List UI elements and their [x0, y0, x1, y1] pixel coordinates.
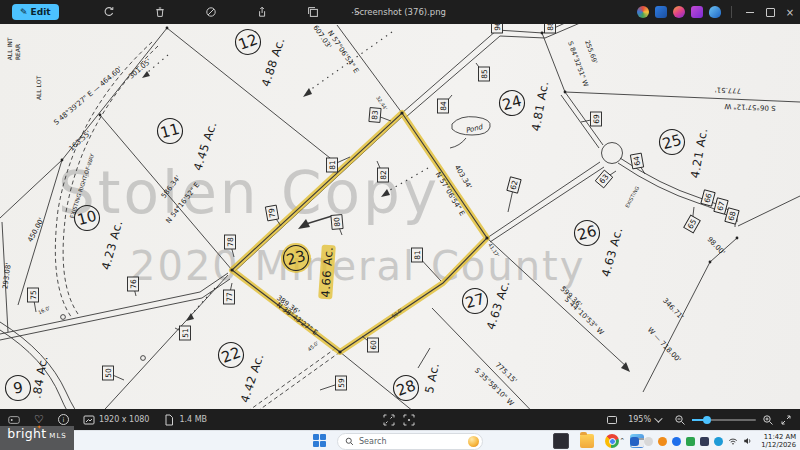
svg-text:69: 69	[592, 114, 601, 124]
svg-text:22: 22	[219, 343, 243, 366]
clock-date: 1/12/2026	[761, 441, 796, 450]
hide-slash-circle-icon[interactable]	[205, 6, 218, 19]
zoom-percentage[interactable]: 195%	[628, 415, 651, 424]
taskbar-search[interactable]: Search	[337, 433, 483, 450]
tray-app-icon-1[interactable]	[630, 437, 639, 446]
svg-text:4.81 Ac.: 4.81 Ac.	[529, 80, 552, 133]
wifi-icon[interactable]	[728, 436, 738, 446]
zoom-fit-icon[interactable]	[383, 414, 395, 426]
svg-text:96: 96	[493, 24, 502, 31]
bearing-label: ALL LOT	[35, 76, 42, 101]
svg-text:25: 25	[660, 131, 683, 153]
bearing-label: 98.00'	[705, 235, 726, 256]
close-button[interactable]: ×	[780, 0, 800, 24]
chrome-icon[interactable]	[605, 434, 619, 448]
viewer-statusbar: ♡ i 1920 x 1080 1.4 MB 195%	[0, 409, 800, 430]
fullscreen-icon[interactable]	[780, 414, 792, 426]
svg-text:4.21 Ac.: 4.21 Ac.	[688, 127, 711, 180]
maximize-button[interactable]	[760, 0, 780, 24]
edit-pencil-icon: ✎	[20, 7, 28, 17]
clock-time: 11:42 AM	[761, 433, 796, 442]
svg-text:81: 81	[328, 160, 337, 170]
lot-corner-marker: 88	[545, 24, 556, 33]
svg-text:83: 83	[370, 110, 380, 121]
lot-corner-marker: 76	[128, 277, 139, 296]
tray-app-icon-7[interactable]	[714, 437, 723, 446]
actual-size-icon[interactable]	[403, 414, 415, 426]
blue-app-icon[interactable]	[655, 6, 667, 18]
lot-corner-marker: 65	[684, 207, 701, 233]
svg-text:84: 84	[439, 101, 448, 111]
lot-corner-marker: 51	[175, 326, 191, 340]
zoom-in-icon[interactable]	[762, 414, 774, 426]
minimize-button[interactable]	[740, 0, 760, 24]
info-icon[interactable]: i	[58, 414, 69, 425]
svg-text:24: 24	[500, 92, 523, 114]
purple-app-icon[interactable]	[691, 6, 703, 18]
svg-text:28: 28	[394, 376, 418, 399]
lot-corner-marker: 63	[595, 170, 616, 188]
bearing-label: REAR	[14, 44, 21, 60]
bearing-label: 163.55'	[68, 129, 93, 153]
svg-text:4.63 Ac.: 4.63 Ac.	[599, 226, 626, 279]
tray-app-icon-2[interactable]	[644, 437, 653, 446]
filmstrip-toggle-icon[interactable]	[8, 414, 20, 426]
lot-corner-marker: 83	[369, 108, 391, 123]
svg-text:9: 9	[12, 378, 25, 397]
file-explorer-icon[interactable]	[580, 434, 594, 448]
lot-22-label: 224.42 Ac.	[219, 343, 267, 405]
tray-chevron-icon[interactable]: ⌃	[619, 437, 625, 445]
frame-icon[interactable]	[606, 414, 618, 426]
cloud-blue-app-icon[interactable]	[709, 6, 721, 18]
brand-suffix: MLS	[49, 432, 66, 440]
bearing-label: 293.08'	[1, 262, 13, 289]
tray-app-icon-5[interactable]	[686, 437, 695, 446]
bearing-label: 346.71'	[661, 297, 685, 322]
svg-text:12: 12	[236, 30, 260, 53]
svg-text:51: 51	[181, 328, 190, 338]
lot-12-label: 124.88 Ac.	[236, 30, 288, 89]
bearing-label: W — 718.00'	[646, 326, 682, 364]
svg-text:4.66 Ac.: 4.66 Ac.	[318, 246, 336, 298]
taskbar-clock[interactable]: 11:42 AM 1/12/2026	[761, 433, 796, 450]
lot-corner-marker: 64	[630, 153, 645, 174]
edit-button[interactable]: ✎ Edit	[12, 4, 59, 20]
zoom-out-icon[interactable]	[674, 414, 686, 426]
color-wheel-app-icon[interactable]	[637, 6, 649, 18]
lot-28-label: 285 Ac.	[394, 361, 443, 400]
start-button[interactable]	[313, 434, 327, 448]
zoom-slider-thumb[interactable]	[703, 416, 711, 424]
tray-app-icon-3[interactable]	[658, 437, 667, 446]
svg-text:76: 76	[129, 279, 138, 289]
lot-corner-marker: 66	[701, 190, 715, 206]
delete-trash-icon[interactable]	[154, 6, 167, 19]
share-icon[interactable]	[256, 6, 269, 19]
lot-corner-marker: 62	[507, 177, 521, 212]
svg-text:5 Ac.: 5 Ac.	[422, 361, 442, 394]
edit-button-label: Edit	[31, 7, 51, 17]
svg-text:80: 80	[332, 217, 342, 228]
tray-app-icon-4[interactable]	[672, 437, 681, 446]
app-window-icon[interactable]	[553, 433, 569, 449]
tray-app-icon-6[interactable]	[700, 437, 709, 446]
flame-gradient-app-icon[interactable]	[673, 6, 685, 18]
zoom-dropdown-chevron-icon[interactable]	[654, 414, 662, 422]
photo-canvas[interactable]: Stolen Copy 2020 Mineral County	[0, 24, 800, 409]
photos-titlebar: ✎ Edit ⋯ Screenshot (376).png	[0, 0, 800, 24]
rotate-icon[interactable]	[103, 6, 116, 19]
titlebar-separator	[731, 6, 732, 18]
svg-text:60: 60	[369, 340, 378, 350]
svg-text:75: 75	[29, 290, 38, 300]
bearing-label: 45.0'	[306, 340, 319, 353]
lot-corner-marker: 50	[103, 366, 125, 380]
svg-text:85: 85	[480, 69, 489, 79]
zoom-slider[interactable]	[692, 414, 756, 426]
more-ellipsis-icon[interactable]: ⋯	[350, 6, 363, 19]
svg-text:59: 59	[337, 378, 346, 388]
svg-text:11: 11	[158, 120, 181, 142]
bearing-label: 16.0'	[37, 305, 51, 316]
plat-map: Stolen Copy 2020 Mineral County	[0, 24, 800, 409]
lot-corner-marker: 75	[28, 288, 39, 312]
open-with-icon[interactable]	[307, 6, 320, 19]
volume-icon[interactable]	[743, 436, 753, 446]
